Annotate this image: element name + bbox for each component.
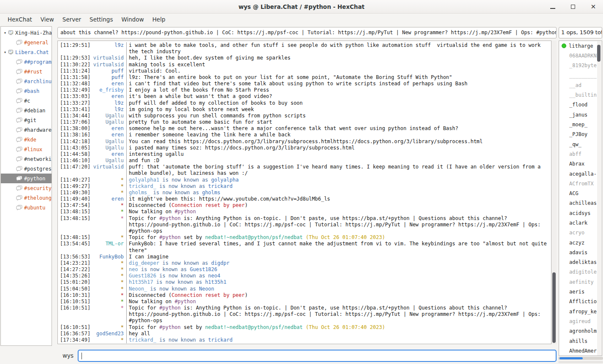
chat-message: [11:38:00]erensomeone help me out here..…	[60, 125, 551, 132]
user-item-pjboy[interactable]: _PJBoy	[559, 130, 602, 139]
user-item-068aadrkn[interactable]: 068AADRKN	[559, 51, 602, 60]
sidebar-item-label: #bash	[24, 88, 39, 94]
expander-icon[interactable]: ▾	[2, 30, 8, 35]
message-timestamp: [11:29:51]	[60, 42, 91, 49]
user-item-janus[interactable]: _janus	[559, 110, 602, 120]
user-item-aczyz[interactable]: aczyz	[559, 238, 602, 247]
menu-server[interactable]: Server	[58, 14, 85, 24]
message-timestamp: [13:48:15]	[60, 234, 91, 241]
user-item-afropy-ke[interactable]: afropy_ke	[559, 307, 602, 316]
chat-message: [15:01:20]*h1t35h17 is now known as h1t3…	[60, 279, 551, 285]
user-item-ad[interactable]: __ad	[559, 80, 602, 90]
sidebar-item-networking[interactable]: #networking	[1, 154, 52, 164]
user-item-builtin[interactable]: __builtin	[559, 90, 602, 100]
user-item-item[interactable]: _________	[559, 71, 602, 80]
user-item-agireud[interactable]: agireud	[559, 316, 602, 326]
user-item-8192byte[interactable]: _8192byte	[559, 61, 602, 71]
message-nick: eren	[91, 93, 126, 100]
user-item-acryo[interactable]: acryo	[559, 228, 602, 238]
sidebar-item-security[interactable]: #security	[1, 183, 52, 193]
sidebar-item-ubuntu[interactable]: #ubuntu	[1, 203, 52, 212]
user-item-acg[interactable]: ACG	[559, 188, 602, 198]
user-item-affliction[interactable]: Affliction	[559, 297, 602, 307]
chat-message: [16:10:51]*Now talking on #python	[60, 299, 551, 305]
user-item-ahills[interactable]: ahills	[559, 336, 602, 346]
sidebar-item-postgresql[interactable]: #postgresql	[1, 164, 52, 174]
sidebar-item-bash[interactable]: #bash	[1, 86, 52, 96]
sidebar-item-xing-hai-zhan[interactable]: ▾Xing-Hai-Zhan	[1, 28, 52, 38]
sidebar-item-archlinux[interactable]: #archlinux	[1, 76, 52, 86]
user-list-hscrollbar[interactable]	[558, 357, 603, 360]
sidebar-item-hardware[interactable]: #hardware	[1, 125, 52, 135]
expander-icon[interactable]: ▾	[2, 50, 8, 54]
user-item-acfromtx[interactable]: ACfromTX	[559, 179, 602, 188]
user-item-aefinity[interactable]: aefinity	[559, 277, 602, 287]
user-item-abff[interactable]: abff	[559, 149, 602, 159]
close-button[interactable]: ✕	[589, 2, 598, 11]
user-item-litharge[interactable]: litharge	[559, 41, 602, 51]
chat-message: [11:31:24]puffvirtualsid: Cool.	[60, 68, 551, 74]
user-item-acegalla[interactable]: acegalla-	[559, 169, 602, 179]
chat-scrollbar[interactable]	[551, 41, 557, 344]
sidebar-item-thelounge[interactable]: #thelounge	[1, 193, 52, 203]
chat-message: [11:43:05]Ugallui pasted many times soz:…	[60, 145, 551, 151]
channel-tree[interactable]: ▾Xing-Hai-Zhan#general▾Libera.Chat##prog…	[0, 26, 52, 346]
menu-settings[interactable]: Settings	[85, 14, 117, 24]
sidebar-item-kde[interactable]: #kde	[1, 135, 52, 144]
user-list-scrollbar[interactable]	[597, 41, 601, 356]
message-nick: Ugallu	[91, 113, 126, 119]
message-nick: virtualsid	[91, 55, 126, 61]
chat-message: [11:30:22]virtualsidmaking tools is exce…	[60, 62, 551, 68]
menu-view[interactable]: View	[36, 14, 58, 24]
user-list[interactable]: litharge068AADRKN_8192byte___________ad_…	[559, 41, 602, 356]
user-item-achilleas[interactable]: achilleas	[559, 198, 602, 208]
user-name: AhmedAmer	[569, 348, 597, 354]
user-item-adigitole[interactable]: adigitole	[559, 267, 602, 277]
user-list-hscrollbar-thumb[interactable]	[560, 357, 583, 359]
user-item-acidsys[interactable]: acidsys	[559, 208, 602, 218]
sidebar-item-programming[interactable]: ##programming	[1, 57, 52, 67]
message-nick: Ugallu	[91, 119, 126, 125]
user-item-flood[interactable]: _flood	[559, 100, 602, 110]
maximize-button[interactable]	[568, 2, 578, 11]
channel-icon	[16, 79, 22, 84]
menu-help[interactable]: Help	[148, 14, 170, 24]
channel-icon	[16, 69, 22, 74]
sidebar-item-libera-chat[interactable]: ▾Libera.Chat	[1, 47, 52, 57]
sidebar-item-git[interactable]: #git	[1, 115, 52, 125]
user-item-aclark[interactable]: aclark	[559, 218, 602, 228]
user-item-qw[interactable]: _qw_	[559, 139, 602, 149]
topic-bar[interactable]: about this channel? https://pound-python…	[57, 27, 557, 38]
menu-window[interactable]: Window	[117, 14, 148, 24]
user-item-abrax[interactable]: Abrax	[559, 159, 602, 169]
sidebar-item-general[interactable]: #general	[1, 38, 52, 47]
message-timestamp: [11:37:06]	[60, 119, 91, 125]
sidebar-item-rust[interactable]: ##rust	[1, 67, 52, 76]
user-item-moep[interactable]: _moep_	[559, 120, 602, 129]
sidebar-item-debian[interactable]: #debian	[1, 106, 52, 115]
sidebar-item-python[interactable]: #python	[1, 174, 52, 183]
minimize-button[interactable]	[548, 2, 557, 11]
sidebar-item-c[interactable]: #c	[1, 96, 52, 106]
sidebar-item-label: ##rust	[24, 69, 42, 75]
user-item-adavis[interactable]: adavis	[559, 247, 602, 257]
message-timestamp: [11:49:27]	[60, 177, 91, 183]
menu-hexchat[interactable]: HexChat	[3, 14, 36, 24]
message-text: dig_deeper is now known as digdpr	[126, 260, 551, 266]
message-timestamp: [11:49:30]	[60, 190, 91, 196]
user-item-aeris[interactable]: aeris	[559, 287, 602, 296]
chat-message: [11:34:44]Ugalluwith subprocess you run …	[60, 113, 551, 119]
user-item-ahmedamer[interactable]: AhmedAmer	[559, 346, 602, 356]
user-item-adeliktas[interactable]: adeliktas	[559, 258, 602, 267]
chat-scrollbar-thumb[interactable]	[552, 272, 556, 343]
chat-message: [11:49:30]*gholms_ is now known as gholm…	[60, 190, 551, 196]
sidebar-item-label: #archlinux	[24, 79, 52, 84]
user-name: litharge	[569, 43, 593, 49]
message-timestamp: [11:29:53]	[60, 55, 91, 61]
channel-icon	[16, 185, 22, 191]
user-item-agronholm[interactable]: agronholm	[559, 326, 602, 336]
sidebar-item-linux[interactable]: #linux	[1, 144, 52, 154]
user-list-scrollbar-thumb[interactable]	[597, 45, 600, 62]
chat-text-area[interactable]: [11:29:51]l9zi want be able to make tool…	[57, 41, 551, 344]
message-input[interactable]	[78, 350, 557, 362]
